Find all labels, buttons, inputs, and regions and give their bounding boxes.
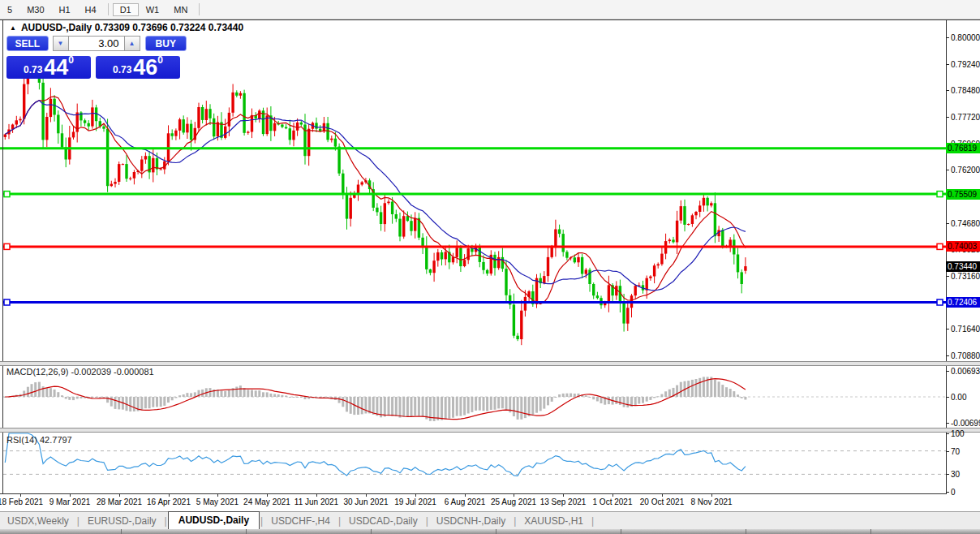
- date-axis-tick: [711, 494, 712, 497]
- status-strip-divider: [746, 529, 746, 534]
- chart-tab-usdcad-[interactable]: USDCAD-,Daily: [342, 513, 425, 529]
- sell-price-prefix: 0.73: [24, 64, 42, 75]
- buy-button[interactable]: BUY: [145, 36, 187, 51]
- rsi-axis-tick: [946, 474, 949, 475]
- macd-axis-tick: [946, 397, 949, 398]
- macd-indicator-label: MACD(12,26,9) -0.002039 -0.000081: [6, 367, 154, 377]
- date-axis-tick: [169, 494, 170, 497]
- price-axis-tick: [946, 355, 949, 356]
- buy-price-display[interactable]: 0.73 46 0: [96, 56, 180, 79]
- tab-separator: |: [591, 515, 594, 527]
- macd-values: -0.002039 -0.000081: [71, 367, 153, 377]
- rsi-series: [3, 433, 946, 476]
- date-axis-tick: [20, 494, 21, 497]
- rsi-axis-tick-label: 100: [951, 429, 965, 438]
- pane-splitter-rsi[interactable]: [0, 428, 980, 433]
- price-level-tag: 0.72406: [946, 297, 980, 308]
- tab-separator: |: [514, 515, 516, 527]
- price-axis-tick-label: 0.76200: [951, 166, 980, 174]
- status-strip-divider: [121, 529, 122, 534]
- pane-splitter-macd[interactable]: [0, 361, 980, 366]
- tab-separator: |: [165, 515, 167, 527]
- volume-input[interactable]: [69, 36, 124, 51]
- price-axis-tick-label: 0.77720: [951, 113, 980, 122]
- price-axis-tick: [946, 223, 949, 224]
- volume-stepper: ▼ ▲: [53, 36, 140, 51]
- rsi-axis-tick-label: 70: [951, 447, 960, 456]
- macd-axis-tick: [946, 371, 949, 372]
- date-axis-tick: [119, 494, 120, 497]
- volume-increase-icon[interactable]: ▲: [124, 36, 140, 51]
- price-axis-tick: [946, 276, 949, 277]
- price-axis-tick-label: 0.71640: [951, 325, 980, 334]
- date-axis-label: 8 Nov 2021: [679, 497, 744, 506]
- date-axis-tick: [662, 494, 663, 497]
- macd-axis-tick-label: -0.006991: [951, 419, 980, 428]
- price-axis-tick-label: 0.74680: [951, 219, 980, 228]
- rsi-axis-tick-label: 30: [951, 470, 960, 479]
- price-level-tag: 0.75509: [946, 189, 980, 200]
- price-axis-tick-label: 0.80000: [951, 33, 980, 42]
- price-axis-tick: [946, 64, 949, 65]
- chart-tab-audusd-[interactable]: AUDUSD-,Daily: [168, 511, 260, 530]
- status-strip-divider: [496, 529, 496, 534]
- rsi-axis-tick: [946, 433, 949, 434]
- date-axis-tick: [612, 494, 613, 497]
- rsi-name: RSI(14): [6, 435, 37, 445]
- collapse-panel-icon[interactable]: ▲: [10, 24, 16, 32]
- bottom-status-strip: [0, 529, 980, 534]
- chart-ohlc-values: 0.73309 0.73696 0.73224 0.73440: [95, 22, 244, 33]
- one-click-trading-panel: SELL ▼ ▲ BUY 0.73 44 0 0.73 46 0: [6, 36, 187, 79]
- sell-price-point: 0: [68, 54, 74, 66]
- date-axis-tick: [563, 494, 564, 497]
- date-axis[interactable]: 18 Feb 20219 Mar 202128 Mar 202116 Apr 2…: [0, 494, 980, 511]
- chart-tab-usdcnh-[interactable]: USDCNH-,Daily: [429, 513, 513, 529]
- rsi-axis-tick: [946, 451, 949, 452]
- date-axis-tick: [366, 494, 367, 497]
- price-chart-canvas[interactable]: [0, 0, 980, 534]
- tab-separator: |: [426, 515, 428, 527]
- date-axis-tick: [70, 494, 71, 497]
- rsi-value: 42.7797: [40, 435, 72, 445]
- sell-button[interactable]: SELL: [6, 36, 49, 51]
- macd-axis-tick: [946, 423, 949, 424]
- buy-price-point: 0: [157, 54, 163, 66]
- status-strip-divider: [870, 529, 871, 534]
- chart-symbol-label: AUDUSD-,Daily: [21, 22, 92, 33]
- chart-tab-eurusd-[interactable]: EURUSD-,Daily: [80, 513, 164, 529]
- volume-decrease-icon[interactable]: ▼: [53, 36, 69, 51]
- macd-series: [3, 377, 946, 421]
- price-axis-tick: [946, 329, 949, 329]
- status-strip-divider: [246, 529, 247, 534]
- status-strip-divider: [621, 529, 621, 534]
- price-axis-tick: [946, 117, 949, 118]
- buy-price-prefix: 0.73: [113, 64, 131, 75]
- price-axis-tick: [946, 37, 949, 38]
- buy-price-pips: 46: [133, 58, 157, 78]
- macd-name: MACD(12,26,9): [6, 367, 68, 377]
- chart-tab-usdchf-[interactable]: USDCHF-,H4: [264, 513, 337, 529]
- tab-separator: |: [260, 515, 263, 527]
- macd-axis-tick-label: 0.006936: [951, 367, 980, 376]
- tab-separator: |: [77, 515, 80, 527]
- chart-top-frame: [0, 19, 980, 20]
- sell-price-display[interactable]: 0.73 44 0: [6, 56, 91, 79]
- date-axis-tick: [465, 494, 466, 497]
- price-axis-tick-label: 0.73160: [951, 272, 980, 281]
- date-axis-tick: [217, 494, 218, 497]
- price-axis-tick-label: 0.70880: [951, 351, 980, 360]
- current-price-tag: 0.73440: [946, 261, 980, 272]
- chart-title: ▲AUDUSD-,Daily 0.73309 0.73696 0.73224 0…: [10, 22, 243, 33]
- chart-tab-xauusd-[interactable]: XAUUSD-,H1: [517, 513, 591, 529]
- chart-left-frame: [2, 20, 3, 511]
- rsi-indicator-label: RSI(14) 42.7797: [6, 435, 72, 445]
- price-level-tag: 0.76819: [946, 143, 980, 153]
- date-axis-tick: [415, 494, 416, 497]
- macd-axis-tick-label: 0.00: [951, 393, 966, 402]
- rsi-axis-tick-label: 0: [951, 488, 956, 497]
- chart-tab-usdx[interactable]: USDX,Weekly: [0, 513, 76, 529]
- date-axis-tick: [267, 494, 268, 497]
- price-axis-tick-label: 0.78480: [951, 86, 980, 95]
- price-axis-tick: [946, 90, 949, 91]
- price-axis-tick-label: 0.79240: [951, 60, 980, 69]
